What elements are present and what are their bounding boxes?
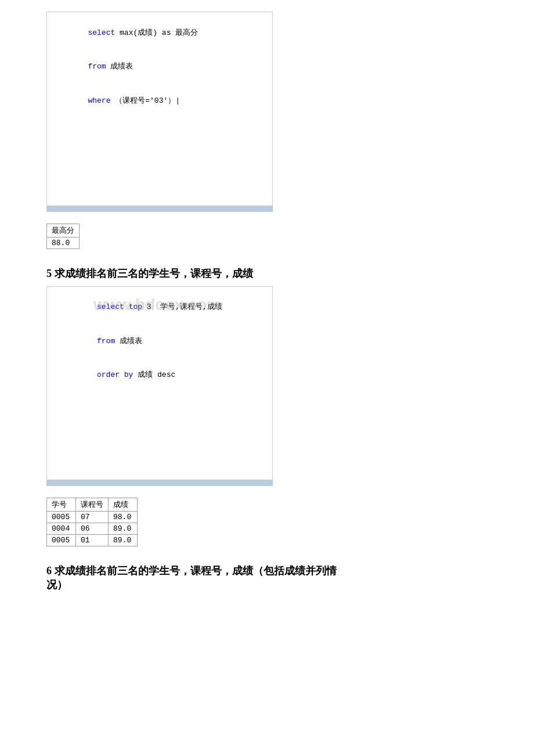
col-header-zuigaofen: 最高分 [47, 224, 80, 237]
table-row: 0005 01 89.0 [47, 535, 138, 546]
cell-xuehao: 0005 [47, 512, 76, 523]
table-row: 0004 06 89.0 [47, 523, 138, 535]
col-header-xuehao: 学号 [47, 498, 76, 512]
keyword-where: where [88, 96, 110, 105]
section5-result: 学号 课程号 成绩 0005 07 98.0 0004 06 89.0 [46, 498, 273, 546]
section4-editor[interactable]: select max(成绩) as 最高分 from 成绩表 where （课程… [46, 12, 273, 212]
result-table-5: 学号 课程号 成绩 0005 07 98.0 0004 06 89.0 [46, 498, 138, 546]
section4-result: 最高分 88.0 [46, 224, 273, 249]
col-header-kechengno: 课程号 [76, 498, 109, 512]
cell-kechengno: 01 [76, 535, 109, 546]
cell-chengji: 89.0 [109, 523, 138, 535]
cell-kechengno: 06 [76, 523, 109, 535]
code-text: max(成绩) as 最高分 [115, 28, 198, 37]
code-order-val: 成绩 desc [133, 370, 175, 379]
section6-heading-text: 6 求成绩排名前三名的学生号，课程号，成绩（包括成绩并列情 [46, 565, 337, 577]
code-line-3: where （课程号='03'）| [52, 84, 268, 118]
section6-heading-line2: 况） [46, 578, 488, 592]
keyword-select: select [88, 28, 115, 37]
code-line-s5-2: from 成绩表 [52, 324, 268, 358]
section4-code-block: select max(成绩) as 最高分 from 成绩表 where （课程… [46, 12, 488, 212]
section6: 6 求成绩排名前三名的学生号，课程号，成绩（包括成绩并列情 况） [46, 564, 488, 592]
cell-value: 88.0 [47, 237, 80, 249]
cell-xuehao: 0005 [47, 535, 76, 546]
section5-editor[interactable]: www.bdocx.com select top 3 学号,课程号,成绩 fro… [46, 286, 273, 487]
cell-chengji: 98.0 [109, 512, 138, 523]
code-line-s5-3: order by 成绩 desc [52, 358, 268, 393]
scrollbar[interactable] [47, 206, 272, 211]
table-row: 88.0 [47, 237, 80, 249]
cell-chengji: 89.0 [109, 535, 138, 546]
code-top-val: 3 学号,课程号,成绩 [142, 303, 222, 311]
keyword-select-s5: select [97, 303, 124, 311]
cell-kechengno: 07 [76, 512, 109, 523]
scrollbar-s5[interactable] [47, 480, 272, 485]
code-top [124, 303, 129, 311]
section6-heading-line1: 6 求成绩排名前三名的学生号，课程号，成绩（包括成绩并列情 [46, 564, 488, 578]
code-line-s5-1: select top 3 学号,课程号,成绩 [52, 290, 268, 325]
keyword-top: top [129, 303, 142, 311]
keyword-from: from [88, 62, 106, 71]
result-table-4: 最高分 88.0 [46, 224, 80, 249]
code-line-2: from 成绩表 [52, 50, 268, 84]
section5: 5 求成绩排名前三名的学生号，课程号，成绩 www.bdocx.com sele… [46, 267, 488, 547]
keyword-order: order by [97, 370, 133, 379]
table-row: 0005 07 98.0 [47, 512, 138, 523]
section5-heading: 5 求成绩排名前三名的学生号，课程号，成绩 [46, 267, 488, 280]
code-line-1: select max(成绩) as 最高分 [52, 16, 268, 50]
keyword-from-s5: from [97, 337, 115, 345]
section6-heading-text2: 况） [46, 579, 67, 591]
code-text2: 成绩表 [106, 62, 134, 71]
section5-code-block: www.bdocx.com select top 3 学号,课程号,成绩 fro… [46, 286, 488, 487]
code-text3: （课程号='03'）| [110, 96, 180, 105]
col-header-chengji: 成绩 [109, 498, 138, 512]
cell-xuehao: 0004 [47, 523, 76, 535]
code-from-val: 成绩表 [115, 337, 142, 345]
